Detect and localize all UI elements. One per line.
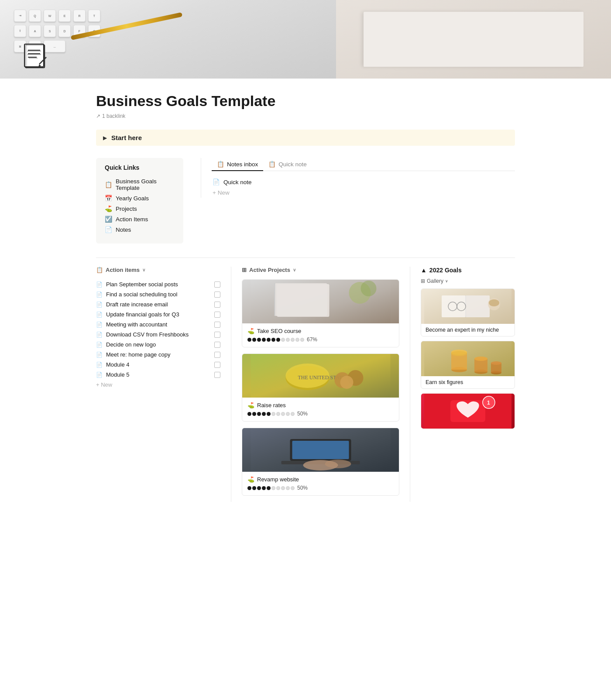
action-doc-icon-3: 📄 bbox=[96, 312, 103, 318]
progress-dots-1 bbox=[247, 412, 295, 416]
project-flag-icon-1: ⛳ bbox=[247, 402, 254, 408]
action-checkbox-7[interactable] bbox=[214, 352, 220, 358]
svg-rect-8 bbox=[26, 44, 27, 69]
project-img-laptop bbox=[242, 428, 399, 472]
action-doc-icon-0: 📄 bbox=[96, 281, 103, 288]
svg-point-51 bbox=[491, 361, 501, 365]
action-item-7[interactable]: 📄 Meet re: home page copy bbox=[96, 350, 220, 360]
action-item-4[interactable]: 📄 Meeting with accountant bbox=[96, 319, 220, 329]
quick-links-panel: Quick Links 📋 Business Goals Template 📅 … bbox=[96, 158, 183, 244]
action-checkbox-9[interactable] bbox=[214, 372, 220, 378]
quick-link-yearly-goals[interactable]: 📅 Yearly Goals bbox=[105, 193, 175, 203]
goals-gallery-chevron: ∨ bbox=[445, 279, 448, 283]
goal-card-1[interactable]: Earn six figures bbox=[421, 341, 515, 389]
goal-label-0: Become an expert in my niche bbox=[421, 324, 515, 336]
action-item-1[interactable]: 📄 Find a social scheduling tool bbox=[96, 289, 220, 299]
action-item-2[interactable]: 📄 Draft rate increase email bbox=[96, 299, 220, 309]
action-doc-icon-1: 📄 bbox=[96, 292, 103, 298]
action-item-5[interactable]: 📄 Download CSV from Freshbooks bbox=[96, 329, 220, 340]
action-checkbox-8[interactable] bbox=[214, 362, 220, 368]
project-card-1[interactable]: THE UNITED STATES ⛳ Raise rates bbox=[242, 353, 399, 422]
ql-icon-2: ⛳ bbox=[105, 205, 112, 212]
svg-text:✓: ✓ bbox=[27, 52, 30, 56]
notes-tabs: 📋 Notes inbox 📋 Quick note bbox=[212, 158, 515, 171]
svg-point-18 bbox=[361, 281, 377, 296]
goal-label-1: Earn six figures bbox=[421, 376, 515, 388]
ql-icon-3: ☑️ bbox=[105, 216, 112, 223]
action-items-chevron-icon: ∨ bbox=[142, 268, 145, 272]
action-doc-icon-9: 📄 bbox=[96, 372, 103, 378]
callout-triangle-icon: ▶ bbox=[103, 135, 107, 141]
active-projects-column: ⊞ Active Projects ∨ bbox=[231, 267, 410, 502]
notes-entry-quick-note[interactable]: 📄 Quick note bbox=[212, 176, 515, 188]
action-checkbox-2[interactable] bbox=[214, 302, 220, 308]
action-checkbox-5[interactable] bbox=[214, 332, 220, 338]
ql-icon-4: 📄 bbox=[105, 226, 112, 233]
goals-gallery-label[interactable]: ⊞ Gallery ∨ bbox=[421, 278, 515, 284]
action-doc-icon-5: 📄 bbox=[96, 332, 103, 338]
svg-text:1: 1 bbox=[487, 400, 490, 406]
ql-icon-0: 📋 bbox=[105, 181, 112, 188]
goals-column: ▲ 2022 Goals ⊞ Gallery ∨ bbox=[410, 267, 515, 502]
action-items-header[interactable]: 📋 Action items ∨ bbox=[96, 267, 220, 273]
action-doc-icon-2: 📄 bbox=[96, 302, 103, 308]
ql-label-1: Yearly Goals bbox=[116, 195, 149, 202]
action-items-column: 📋 Action items ∨ 📄 Plan September social… bbox=[96, 267, 231, 502]
svg-point-31 bbox=[325, 460, 351, 468]
project-flag-icon-2: ⛳ bbox=[247, 476, 254, 483]
goal-card-0[interactable]: Become an expert in my niche bbox=[421, 288, 515, 336]
action-doc-icon-4: 📄 bbox=[96, 322, 103, 328]
action-item-6[interactable]: 📄 Decide on new logo bbox=[96, 340, 220, 350]
ql-label-4: Notes bbox=[116, 226, 131, 233]
active-projects-header[interactable]: ⊞ Active Projects ∨ bbox=[242, 267, 399, 273]
action-doc-icon-6: 📄 bbox=[96, 342, 103, 348]
action-checkbox-4[interactable] bbox=[214, 322, 220, 328]
callout-label: Start here bbox=[111, 134, 142, 141]
action-item-9[interactable]: 📄 Module 5 bbox=[96, 370, 220, 380]
action-doc-icon-8: 📄 bbox=[96, 362, 103, 368]
action-checkbox-0[interactable] bbox=[214, 281, 220, 288]
svg-rect-34 bbox=[466, 295, 490, 317]
svg-rect-15 bbox=[275, 283, 327, 316]
entry-icon: 📄 bbox=[213, 178, 220, 185]
project-card-0[interactable]: ⛳ Take SEO course bbox=[242, 279, 399, 347]
quick-link-notes[interactable]: 📄 Notes bbox=[105, 224, 175, 235]
action-checkbox-3[interactable] bbox=[214, 312, 220, 318]
action-items-table-icon: 📋 bbox=[96, 267, 103, 273]
tab-quick-note[interactable]: 📋 Quick note bbox=[263, 158, 312, 171]
notes-inbox-icon: 📋 bbox=[217, 161, 224, 168]
goals-mountain-icon: ▲ bbox=[421, 267, 427, 274]
project-card-2[interactable]: ⛳ Revamp website bbox=[242, 428, 399, 496]
tab-notes-inbox[interactable]: 📋 Notes inbox bbox=[212, 158, 263, 171]
action-checkbox-1[interactable] bbox=[214, 292, 220, 298]
quick-link-projects[interactable]: ⛳ Projects bbox=[105, 203, 175, 214]
backlink[interactable]: ↗ 1 backlink bbox=[96, 113, 515, 119]
action-checkbox-6[interactable] bbox=[214, 342, 220, 348]
ql-label-0: Business Goals Template bbox=[116, 178, 175, 191]
project-img-money: THE UNITED STATES bbox=[242, 354, 399, 398]
ql-label-2: Projects bbox=[116, 206, 137, 212]
notes-panel: 📋 Notes inbox 📋 Quick note 📄 Quick note … bbox=[201, 158, 515, 198]
page-title: Business Goals Template bbox=[96, 93, 515, 110]
svg-point-45 bbox=[451, 351, 467, 356]
goals-header: ▲ 2022 Goals bbox=[421, 267, 515, 274]
notebook-bg bbox=[336, 0, 611, 79]
start-here-callout[interactable]: ▶ Start here bbox=[96, 130, 515, 146]
action-item-8[interactable]: 📄 Module 4 bbox=[96, 360, 220, 370]
active-projects-table-icon: ⊞ bbox=[242, 267, 247, 273]
quick-link-action-items[interactable]: ☑️ Action Items bbox=[105, 214, 175, 224]
action-items-new-button[interactable]: + New bbox=[96, 380, 220, 390]
notes-new-button[interactable]: + New bbox=[212, 188, 515, 198]
action-item-0[interactable]: 📄 Plan September social posts bbox=[96, 279, 220, 289]
quick-note-icon: 📋 bbox=[268, 161, 276, 168]
goals-gallery-icon: ⊞ bbox=[421, 278, 425, 284]
action-item-3[interactable]: 📄 Update financial goals for Q3 bbox=[96, 309, 220, 319]
svg-point-48 bbox=[474, 357, 487, 361]
goal-card-2[interactable]: 1 bbox=[421, 393, 515, 429]
page-icon: ✓ ✓ bbox=[21, 41, 52, 74]
quick-link-business-goals[interactable]: 📋 Business Goals Template bbox=[105, 176, 175, 193]
progress-dots-2 bbox=[247, 486, 295, 490]
svg-point-25 bbox=[340, 376, 354, 389]
project-flag-icon-0: ⛳ bbox=[247, 328, 254, 334]
progress-dots-0 bbox=[247, 338, 304, 342]
